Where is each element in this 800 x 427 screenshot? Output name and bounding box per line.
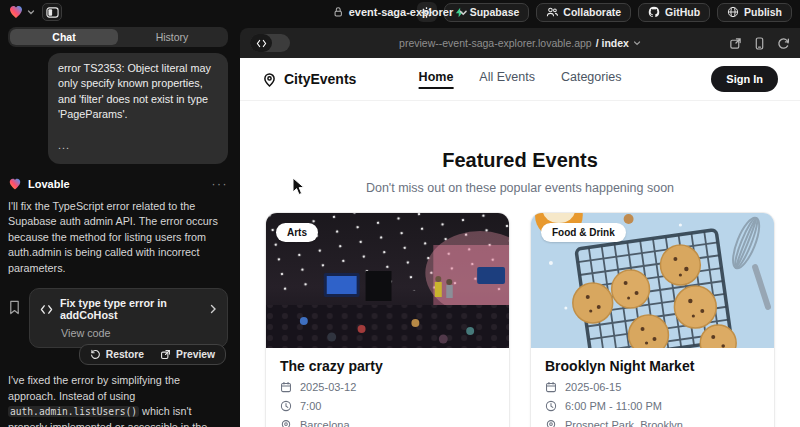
event-card[interactable]: Food & Drink Brooklyn Night Market 2025-… <box>530 212 775 427</box>
chevron-down-icon <box>458 8 467 17</box>
message-actions: Restore Preview <box>79 344 226 365</box>
chat-history-tabs: Chat History <box>8 27 228 47</box>
collaborate-button[interactable]: Collaborate <box>536 3 631 22</box>
calendar-icon <box>545 381 557 393</box>
category-badge: Food & Drink <box>541 223 626 242</box>
nav-categories[interactable]: Categories <box>561 70 621 89</box>
assistant-name: Lovable <box>28 178 70 190</box>
event-date: 2025-06-15 <box>565 381 621 393</box>
code-change-card[interactable]: Fix type type error in addCoHost View co… <box>29 288 228 348</box>
section-subtitle: Don't miss out on these popular events h… <box>240 181 800 195</box>
section-title: Featured Events <box>240 149 800 172</box>
tab-chat[interactable]: Chat <box>10 29 118 45</box>
nav-all-events[interactable]: All Events <box>479 70 535 89</box>
message-2-text: I've fixed the error by simplifying the … <box>8 374 180 402</box>
event-time-row: 7:00 <box>280 400 495 412</box>
top-bar: event-saga-explorer Supabase <box>0 0 800 24</box>
user-message-bubble: error TS2353: Object literal may only sp… <box>48 53 228 164</box>
code-icon <box>256 39 267 48</box>
collaborate-label: Collaborate <box>563 6 621 18</box>
event-location-row: Barcelona <box>280 419 495 427</box>
globe-icon <box>727 6 739 18</box>
tab-history[interactable]: History <box>118 29 226 45</box>
event-date-row: 2025-06-15 <box>545 381 760 393</box>
code-view-toggle[interactable] <box>250 34 290 52</box>
event-card[interactable]: Arts The crazy party 2025-03-12 <box>265 212 510 427</box>
preview-label: Preview <box>176 349 215 360</box>
event-title: Brooklyn Night Market <box>545 358 760 374</box>
github-button[interactable]: GitHub <box>638 3 710 22</box>
event-time-row: 6:00 PM - 11:00 PM <box>545 400 760 412</box>
publish-label: Publish <box>744 6 782 18</box>
event-date: 2025-03-12 <box>300 381 356 393</box>
project-name: event-saga-explorer <box>349 6 454 18</box>
open-in-new-tab-icon[interactable] <box>729 37 742 50</box>
category-badge: Arts <box>276 223 318 242</box>
site-header: CityEvents Home All Events Categories Si… <box>240 58 800 101</box>
site-brand[interactable]: CityEvents <box>262 71 356 87</box>
assistant-message-2: I've fixed the error by simplifying the … <box>8 373 228 427</box>
preview-url[interactable]: preview--event-saga-explorer.lovable.app… <box>399 37 641 49</box>
brand-name: CityEvents <box>284 71 356 87</box>
event-title: The crazy party <box>280 358 495 374</box>
event-image-conference: Arts <box>266 213 509 348</box>
assistant-header: Lovable ··· <box>8 177 228 191</box>
restore-button[interactable]: Restore <box>83 347 151 362</box>
project-menu[interactable]: event-saga-explorer <box>333 6 468 18</box>
view-code-link[interactable]: View code <box>40 327 217 339</box>
people-icon <box>546 6 558 18</box>
calendar-icon <box>280 381 292 393</box>
github-icon <box>648 6 660 18</box>
restore-icon <box>90 349 101 360</box>
preview-panel: preview--event-saga-explorer.lovable.app… <box>240 28 800 427</box>
chevron-right-icon <box>209 304 217 314</box>
user-message-text: error TS2353: Object literal may only sp… <box>58 61 218 122</box>
lock-icon <box>333 6 344 18</box>
event-location: Prospect Park, Brooklyn <box>565 419 683 427</box>
code-icon <box>40 304 53 315</box>
github-label: GitHub <box>665 6 700 18</box>
user-message-ellipsis: ... <box>58 138 218 153</box>
url-host: preview--event-saga-explorer.lovable.app <box>399 37 592 49</box>
chevron-down-icon <box>633 39 641 47</box>
featured-section-header: Featured Events Don't miss out on these … <box>240 149 800 195</box>
mobile-view-icon[interactable] <box>754 37 765 50</box>
location-pin-icon <box>280 419 292 427</box>
lovable-heart-icon <box>8 4 24 20</box>
clock-icon <box>545 400 557 412</box>
url-path: / index <box>596 37 629 49</box>
supabase-label: Supabase <box>470 6 520 18</box>
lovable-heart-icon <box>8 177 22 191</box>
site-nav: Home All Events Categories <box>419 70 622 89</box>
site-content: CityEvents Home All Events Categories Si… <box>240 58 800 427</box>
restore-label: Restore <box>106 349 144 360</box>
chevron-down-icon <box>27 8 35 16</box>
lovable-logo-menu[interactable] <box>8 4 35 20</box>
more-options-icon[interactable]: ··· <box>212 180 229 188</box>
clock-icon <box>280 400 292 412</box>
bookmark-icon[interactable] <box>8 300 21 348</box>
event-time: 6:00 PM - 11:00 PM <box>565 400 662 412</box>
event-date-row: 2025-03-12 <box>280 381 495 393</box>
nav-home[interactable]: Home <box>419 70 454 89</box>
sidebar-panel-icon <box>46 6 59 19</box>
preview-toolbar: preview--event-saga-explorer.lovable.app… <box>240 28 800 58</box>
refresh-icon[interactable] <box>777 37 790 50</box>
event-location: Barcelona <box>300 419 350 427</box>
chat-panel: Chat History error TS2353: Object litera… <box>0 24 234 427</box>
external-link-icon <box>160 349 171 360</box>
location-pin-icon <box>545 419 557 427</box>
event-time: 7:00 <box>300 400 321 412</box>
code-change-title: Fix type type error in addCoHost <box>60 297 202 321</box>
event-image-cookies: Food & Drink <box>531 213 774 348</box>
location-pin-icon <box>262 72 277 87</box>
preview-button[interactable]: Preview <box>153 347 222 362</box>
assistant-message-1: I'll fix the TypeScript error related to… <box>8 199 228 277</box>
publish-button[interactable]: Publish <box>717 3 792 22</box>
inline-code: auth.admin.listUsers() <box>8 406 139 417</box>
sign-in-button[interactable]: Sign In <box>711 66 778 92</box>
event-location-row: Prospect Park, Brooklyn <box>545 419 760 427</box>
toggle-sidebar-button[interactable] <box>42 3 62 21</box>
